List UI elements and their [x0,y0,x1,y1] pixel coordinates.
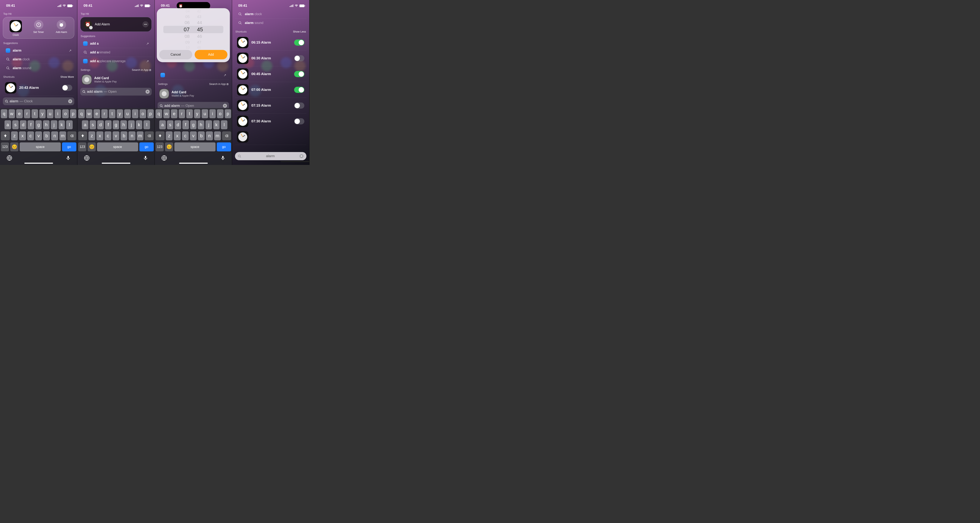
add-button[interactable]: Add [195,50,228,59]
key-y[interactable]: y [194,109,200,118]
key-m[interactable]: m [214,131,221,140]
key-u[interactable]: u [47,109,53,118]
spotlight-search-bar[interactable]: alarm ✕ [235,152,306,160]
key-g[interactable]: g [113,120,119,129]
dictation-key[interactable] [66,155,71,162]
emoji-key[interactable]: 😊 [165,142,173,151]
backspace-key[interactable] [67,131,76,140]
key-g[interactable]: g [190,120,197,129]
suggestion-row[interactable]: add a ↗ [80,39,152,48]
key-l[interactable]: l [66,120,73,129]
key-w[interactable]: w [163,109,170,118]
key-n[interactable]: n [129,131,135,140]
space-key[interactable]: space [97,142,138,151]
shortcut-alarm-row[interactable]: 06:45 Alarm [235,66,306,82]
suggestion-row[interactable]: alarm clock [3,55,74,64]
key-n[interactable]: n [206,131,213,140]
shift-key[interactable] [156,131,165,140]
key-p[interactable]: p [147,109,154,118]
key-q[interactable]: q [1,109,7,118]
key-u[interactable]: u [124,109,131,118]
key-w[interactable]: w [9,109,15,118]
key-a[interactable]: a [82,120,88,129]
numbers-key[interactable]: 123 [156,142,164,151]
search-in-app-link[interactable]: Search in App [209,83,229,86]
alarm-toggle[interactable] [294,71,304,77]
key-c[interactable]: c [105,131,111,140]
key-z[interactable]: z [166,131,173,140]
key-o[interactable]: o [140,109,146,118]
tophit-action-add-alarm[interactable]: Add Alarm [51,20,72,37]
suggestion-row[interactable]: alarm sound [3,64,74,72]
suggestion-row[interactable]: alarm clock [235,10,306,19]
numbers-key[interactable]: 123 [78,142,86,151]
suggestion-row-partial[interactable]: ↗ [158,71,229,79]
shortcut-alarm-row[interactable] [235,129,306,145]
emoji-key[interactable]: 😊 [10,142,18,151]
more-button[interactable]: ••• [142,21,149,27]
settings-result-row[interactable]: Add Card Wallet & Apple Pay [80,73,152,86]
key-b[interactable]: b [198,131,205,140]
tophit-app-clock[interactable]: Clock [5,20,26,37]
shortcut-alarm-row[interactable]: 07:15 Alarm [235,98,306,114]
key-s[interactable]: s [12,120,19,129]
key-j[interactable]: j [128,120,135,129]
show-more-link[interactable]: Show More [60,75,74,78]
key-b[interactable]: b [121,131,127,140]
key-i[interactable]: i [55,109,61,118]
clear-search-button[interactable]: ✕ [146,90,150,94]
key-v[interactable]: v [113,131,119,140]
home-indicator[interactable] [102,163,130,164]
dictation-key[interactable] [220,155,225,162]
alarm-toggle[interactable] [294,118,304,124]
spotlight-search-bar[interactable]: add alarm — Open ✕ [80,88,152,95]
alarm-toggle[interactable] [294,103,304,109]
key-z[interactable]: z [11,131,18,140]
home-indicator[interactable] [179,163,208,164]
key-e[interactable]: e [171,109,177,118]
key-m[interactable]: m [137,131,143,140]
key-d[interactable]: d [97,120,104,129]
key-p[interactable]: p [225,109,231,118]
key-z[interactable]: z [88,131,95,140]
spotlight-search-bar[interactable]: alarm — Clock ✕ [3,97,74,105]
key-w[interactable]: w [86,109,92,118]
alarm-toggle[interactable] [294,55,304,61]
settings-result-row[interactable]: Add Card Wallet & Apple Pay [158,87,229,100]
key-e[interactable]: e [94,109,100,118]
key-b[interactable]: b [43,131,50,140]
key-k[interactable]: k [213,120,220,129]
key-k[interactable]: k [136,120,142,129]
key-h[interactable]: h [120,120,127,129]
key-r[interactable]: r [24,109,30,118]
key-r[interactable]: r [179,109,185,118]
alarm-toggle[interactable] [62,85,72,91]
key-n[interactable]: n [51,131,58,140]
key-j[interactable]: j [205,120,212,129]
keyboard[interactable]: qwertyuiopasdfghjklzxcvbnm123😊spacego [155,108,232,165]
shift-key[interactable] [78,131,87,140]
go-key[interactable]: go [62,142,76,151]
key-o[interactable]: o [62,109,69,118]
backspace-key[interactable] [145,131,154,140]
key-t[interactable]: t [186,109,193,118]
search-in-app-link[interactable]: Search in App [132,68,151,72]
key-p[interactable]: p [70,109,76,118]
key-m[interactable]: m [59,131,66,140]
tophit-action-set-timer[interactable]: Set Timer [28,20,49,37]
globe-key[interactable] [161,155,167,162]
key-o[interactable]: o [217,109,224,118]
keyboard[interactable]: qwertyuiopasdfghjklzxcvbnm123😊spacego [0,108,77,165]
key-t[interactable]: t [109,109,115,118]
key-x[interactable]: x [174,131,181,140]
key-f[interactable]: f [105,120,111,129]
alarm-toggle[interactable] [294,40,304,46]
keyboard[interactable]: qwertyuiopasdfghjklzxcvbnm123😊spacego [77,108,154,165]
home-indicator[interactable] [24,163,53,164]
clear-search-button[interactable]: ✕ [299,154,304,158]
suggestion-row[interactable]: add applecare coverage ↗ [80,57,152,65]
key-h[interactable]: h [198,120,204,129]
dictation-key[interactable] [143,155,148,162]
globe-key[interactable] [6,155,12,162]
suggestion-row[interactable]: alarm sound [235,19,306,27]
